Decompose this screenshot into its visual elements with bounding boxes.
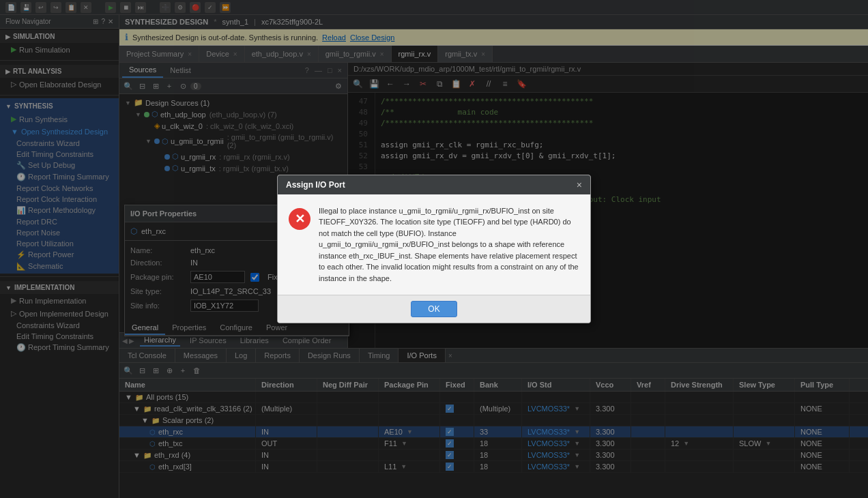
dialog-close-btn[interactable]: × [577, 179, 582, 190]
dialog-body: ✕ Illegal to place instance u_gmii_to_rg… [278, 194, 590, 295]
dialog-overlay: Assign I/O Port × ✕ Illegal to place ins… [0, 0, 868, 498]
dialog-title: Assign I/O Port [286, 180, 345, 190]
dialog-message: Illegal to place instance u_gmii_to_rgmi… [319, 205, 579, 284]
assign-io-dialog: Assign I/O Port × ✕ Illegal to place ins… [277, 175, 591, 324]
dialog-ok-btn[interactable]: OK [411, 301, 457, 317]
dialog-footer: OK [278, 295, 590, 323]
dialog-header: Assign I/O Port × [278, 175, 590, 194]
dialog-error-icon: ✕ [289, 208, 310, 230]
